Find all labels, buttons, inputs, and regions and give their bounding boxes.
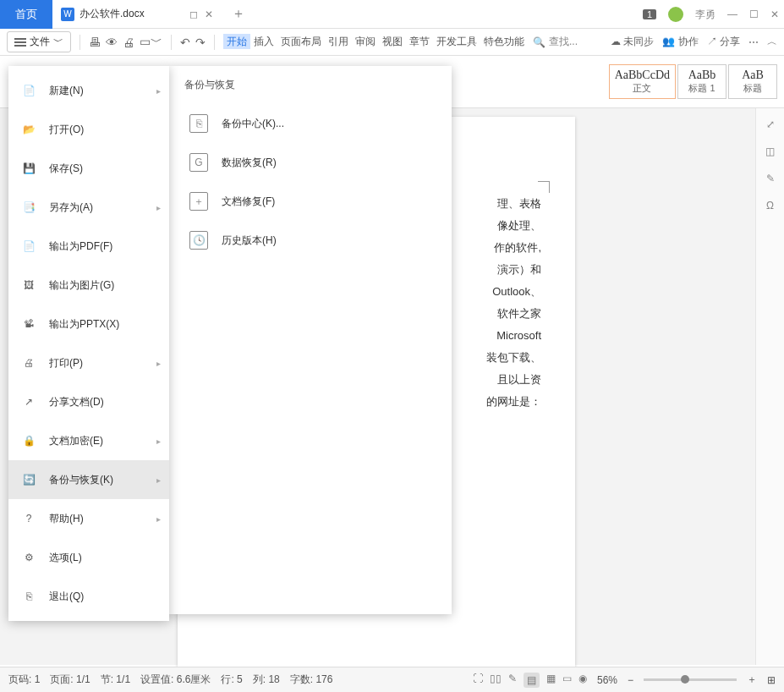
outline-view-icon[interactable]: ▦ <box>546 673 556 688</box>
doc-name: 办公软件.docx <box>79 7 145 21</box>
pdf-icon: 📄 <box>20 238 37 255</box>
minimize-icon[interactable]: ― <box>727 8 737 20</box>
exit-icon: ⎘ <box>20 588 37 605</box>
menu-tab-3[interactable]: 引用 <box>325 36 352 47</box>
fm-label: 打印(P) <box>49 356 83 371</box>
side-rail: ⤢ ◫ ✎ Ω <box>755 108 784 665</box>
new-tab-button[interactable]: ＋ <box>222 5 255 23</box>
doc-icon: W <box>61 8 74 21</box>
edit-view-icon[interactable]: ✎ <box>508 673 517 688</box>
file-menu-button[interactable]: 文件 ﹀ <box>7 31 71 52</box>
fm-label: 新建(N) <box>49 84 84 98</box>
file-menu-share[interactable]: ↗分享文档(D) <box>8 382 169 421</box>
submenu-item-1[interactable]: G数据恢复(R) <box>184 143 436 182</box>
notification-badge[interactable]: 1 <box>643 9 656 19</box>
avatar[interactable] <box>668 7 683 22</box>
submenu-icon-1: G <box>189 153 208 172</box>
file-menu-open[interactable]: 📂打开(O) <box>8 110 169 149</box>
chevron-right-icon: ▸ <box>156 514 161 524</box>
file-menu-new[interactable]: 📄新建(N)▸ <box>8 71 169 110</box>
file-label: 文件 <box>30 35 50 49</box>
home-tab[interactable]: 首页 <box>0 0 52 29</box>
file-menu-img[interactable]: 🖼输出为图片(G) <box>8 266 169 305</box>
zoom-in-icon[interactable]: ＋ <box>747 673 757 687</box>
status-setval[interactable]: 设置值: 6.6厘米 <box>140 673 211 687</box>
tab-actions: ◻ ✕ <box>189 8 213 20</box>
chevron-right-icon: ▸ <box>156 86 161 96</box>
reading-view-icon[interactable]: ▯▯ <box>490 673 502 688</box>
file-menu-print[interactable]: 🖨打印(P)▸ <box>8 343 169 382</box>
style-0[interactable]: AaBbCcDd正文 <box>609 64 676 99</box>
file-menu-pdf[interactable]: 📄输出为PDF(F) <box>8 227 169 266</box>
file-menu-options[interactable]: ⚙选项(L) <box>8 538 169 577</box>
submenu-item-0[interactable]: ⎘备份中心(K)... <box>184 104 436 143</box>
file-menu-pptx[interactable]: 📽输出为PPTX(X) <box>8 305 169 343</box>
share-button[interactable]: ↗ 分享 <box>707 35 740 49</box>
status-section[interactable]: 节: 1/1 <box>101 673 130 687</box>
submenu-label: 数据恢复(R) <box>222 156 277 170</box>
help-icon: ? <box>20 510 37 527</box>
more-icon[interactable]: ⋯ <box>748 36 759 48</box>
file-menu-backup[interactable]: 🔄备份与恢复(K)▸ <box>8 460 169 499</box>
preview-icon[interactable]: 👁 <box>106 36 118 49</box>
menu-tab-8[interactable]: 特色功能 <box>480 36 528 47</box>
fullscreen-icon[interactable]: ⛶ <box>473 673 483 688</box>
style-2[interactable]: AaB标题 <box>728 64 777 99</box>
save-icon: 💾 <box>20 160 37 177</box>
collapse-ribbon-icon[interactable]: ︿ <box>767 35 777 49</box>
fm-label: 分享文档(D) <box>49 395 104 409</box>
maximize-icon[interactable]: ☐ <box>749 8 759 20</box>
fm-label: 保存(S) <box>49 162 83 176</box>
save-icon[interactable]: 🖨 <box>123 36 134 49</box>
page-view-icon[interactable]: ▤ <box>524 673 540 688</box>
close-icon[interactable]: ✕ <box>770 8 779 20</box>
sync-button[interactable]: ☁ 未同步 <box>611 35 654 49</box>
rail-nav-icon[interactable]: ⤢ <box>766 118 775 130</box>
file-menu-save[interactable]: 💾保存(S) <box>8 149 169 188</box>
menu-tab-2[interactable]: 页面布局 <box>277 36 325 47</box>
status-col[interactable]: 列: 18 <box>253 673 280 687</box>
undo-icon[interactable]: ↶ <box>180 36 190 49</box>
menu-tab-6[interactable]: 章节 <box>406 36 433 47</box>
style-1[interactable]: AaBb标题 1 <box>677 64 726 99</box>
apps-icon[interactable]: ⊞ <box>767 674 776 686</box>
chevron-right-icon: ▸ <box>156 475 161 485</box>
quick-toolbar: 文件 ﹀ 🖶 👁 🖨 ▭﹀ ↶ ↷ 开始插入页面布局引用审阅视图章节开发工具特色… <box>0 29 784 56</box>
zoom-out-icon[interactable]: − <box>628 674 633 686</box>
zoom-value[interactable]: 56% <box>597 674 617 686</box>
file-menu-saveas[interactable]: 📑另存为(A)▸ <box>8 188 169 227</box>
fm-label: 帮助(H) <box>49 512 84 526</box>
web-view-icon[interactable]: ▭ <box>562 673 572 688</box>
print-icon[interactable]: 🖶 <box>89 36 101 49</box>
file-menu-exit[interactable]: ⎘退出(Q) <box>8 577 169 616</box>
menu-tab-0[interactable]: 开始 <box>223 34 250 49</box>
redo-icon[interactable]: ↷ <box>195 36 206 49</box>
zoom-slider[interactable] <box>644 678 737 681</box>
fm-label: 退出(Q) <box>49 590 84 604</box>
status-page-no[interactable]: 页码: 1 <box>8 673 40 687</box>
submenu-item-3[interactable]: 🕓历史版本(H) <box>184 221 436 260</box>
collab-button[interactable]: 👥 协作 <box>662 35 698 49</box>
rail-omega-icon[interactable]: Ω <box>766 200 774 211</box>
tab-monitor-icon[interactable]: ◻ <box>189 8 198 20</box>
dropdown-icon[interactable]: ▭﹀ <box>140 35 162 50</box>
chevron-right-icon: ▸ <box>156 359 161 368</box>
document-tab[interactable]: W 办公软件.docx ◻ ✕ <box>52 0 222 29</box>
file-menu-lock[interactable]: 🔒文档加密(E)▸ <box>8 421 169 460</box>
fm-label: 另存为(A) <box>49 200 93 215</box>
tab-close-icon[interactable]: ✕ <box>205 8 213 20</box>
menu-tab-7[interactable]: 开发工具 <box>433 36 480 47</box>
rail-pencil-icon[interactable]: ✎ <box>766 173 775 184</box>
menu-tab-4[interactable]: 审阅 <box>352 36 379 47</box>
status-row[interactable]: 行: 5 <box>221 673 242 687</box>
focus-view-icon[interactable]: ◉ <box>578 673 587 688</box>
menu-tab-1[interactable]: 插入 <box>250 36 277 47</box>
rail-style-icon[interactable]: ◫ <box>765 146 775 157</box>
file-menu-help[interactable]: ?帮助(H)▸ <box>8 499 169 538</box>
submenu-item-2[interactable]: ＋文档修复(F) <box>184 182 436 221</box>
menu-tab-5[interactable]: 视图 <box>379 36 406 47</box>
chevron-right-icon: ▸ <box>156 203 161 212</box>
status-words[interactable]: 字数: 176 <box>290 673 333 687</box>
status-pages[interactable]: 页面: 1/1 <box>50 673 90 687</box>
search-box[interactable]: 🔍 查找... <box>533 35 578 49</box>
